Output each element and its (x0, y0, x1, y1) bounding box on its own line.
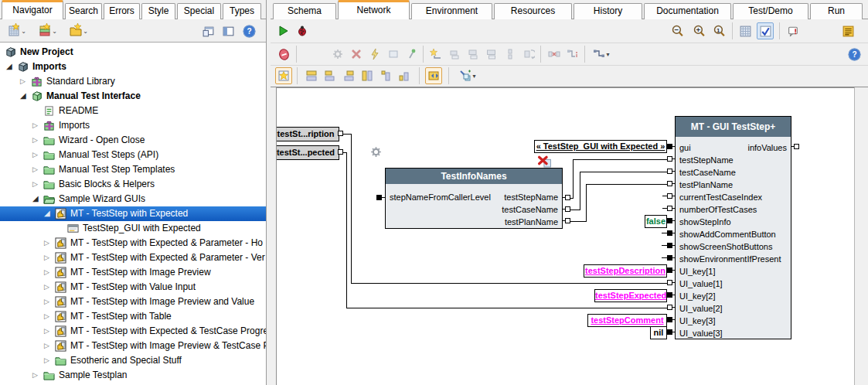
collapsed-arrow-icon[interactable]: ▷ (32, 180, 38, 188)
tree-item-standard-library[interactable]: ▷Standard Library (0, 74, 266, 89)
run-button[interactable] (275, 22, 292, 39)
distribute-button[interactable] (396, 67, 413, 84)
input-pin-showenvironmentifpresent[interactable] (667, 255, 672, 261)
annotation-button[interactable] (785, 22, 802, 39)
collapsed-arrow-icon[interactable]: ▷ (44, 298, 49, 305)
input-pin-uivalue1[interactable] (667, 280, 672, 285)
insert-element-button[interactable]: ▾ (454, 67, 481, 84)
external-input-teststepexpected[interactable]: testSt...pected (276, 145, 339, 160)
network-canvas[interactable]: testSt...ription testSt...pected TestInf… (276, 87, 854, 385)
auto-layout-button[interactable] (425, 67, 442, 84)
collapsed-arrow-icon[interactable]: ▷ (44, 312, 49, 320)
external-input-teststepdescription[interactable]: testSt...ription (276, 127, 339, 141)
input-pin-uivalue2[interactable] (667, 305, 672, 310)
new-folder-button[interactable]: ⌄ (65, 22, 93, 39)
tree-item-manual-test-interface[interactable]: ◢Manual Test Interface (0, 89, 266, 104)
input-pin-uikey3[interactable] (667, 317, 672, 322)
expanded-arrow-icon[interactable]: ◢ (20, 91, 26, 100)
constant-teststepcomment-label[interactable]: testStepComment (587, 314, 667, 327)
tab-errors[interactable]: Errors (104, 3, 140, 19)
tab-resources[interactable]: Resources (494, 3, 572, 19)
input-pin-showstepinfo[interactable] (667, 218, 672, 223)
tree-item-mt-expected-parameter-ver[interactable]: ▷MT - TestStep with Expected & Parameter… (0, 250, 266, 265)
tree-item-sample-wizard-guis[interactable]: ◢Sample Wizard GUIs (0, 192, 266, 206)
tree-item-mt-expected-parameter-ho[interactable]: ▷MT - TestStep with Expected & Parameter… (0, 236, 266, 250)
new-class-view-button[interactable]: ⌄ (3, 22, 31, 39)
help-button[interactable]: ? (240, 22, 257, 39)
block-mt-gui-teststep[interactable]: MT - GUI TestStep+ guiinfoValues testSte… (675, 116, 791, 339)
tab-test-demo[interactable]: Test/Demo (733, 3, 808, 19)
align-right-button[interactable] (340, 67, 357, 84)
collapsed-arrow-icon[interactable]: ▷ (44, 283, 49, 291)
output-pin[interactable] (565, 206, 570, 212)
collapsed-arrow-icon[interactable]: ▷ (32, 165, 38, 173)
debug-button[interactable] (294, 22, 311, 39)
show-grid-button[interactable] (737, 22, 754, 39)
layout-window-button[interactable] (220, 22, 237, 39)
input-pin-showaddcommentbutton[interactable] (667, 230, 672, 236)
tab-style[interactable]: Style (141, 3, 175, 19)
add-output-pin-button[interactable] (465, 46, 482, 63)
tree-item-readme[interactable]: README (0, 104, 266, 118)
output-pin[interactable] (338, 149, 343, 155)
detach-window-button[interactable] (199, 22, 216, 39)
tree-item-wizard-open-close[interactable]: ▷Wizard - Open Close (0, 133, 266, 148)
constant-false-label[interactable]: false (645, 215, 667, 228)
input-pin[interactable] (376, 195, 382, 200)
constant-teststepdescription-label[interactable]: testStepDescription (584, 264, 667, 278)
rotate-element-button[interactable] (520, 46, 537, 63)
tree-item-imports-2[interactable]: ▷Imports (0, 118, 266, 133)
collapsed-arrow-icon[interactable]: ▷ (44, 342, 49, 349)
zoom-in-button[interactable]: + (690, 22, 707, 39)
tree-item-mt-value-input[interactable]: ▷MT - TestStep with Value Input (0, 280, 266, 295)
tab-history[interactable]: History (574, 3, 642, 19)
output-pin[interactable] (565, 195, 570, 200)
tab-run[interactable]: Run (810, 3, 863, 19)
output-pin[interactable] (565, 218, 570, 223)
tree-item-esotheric-and-special-stuff[interactable]: ▷Esotheric and Special Stuff (0, 353, 266, 368)
tree-item-manual-test-step-templates[interactable]: ▷Manual Test Step Templates (0, 162, 266, 177)
collapsed-arrow-icon[interactable]: ▷ (44, 356, 49, 364)
tab-navigator[interactable]: Navigator (2, 0, 63, 19)
tab-types[interactable]: Types (223, 3, 261, 19)
input-pin-numberoftestcases[interactable] (667, 206, 672, 211)
expanded-arrow-icon[interactable]: ◢ (32, 194, 39, 203)
delete-connection-button[interactable] (546, 46, 563, 63)
expanded-arrow-icon[interactable]: ◢ (6, 62, 12, 70)
align-columns-button[interactable] (359, 67, 376, 84)
input-pin-testcasename[interactable] (667, 169, 672, 174)
input-pin-teststepname[interactable] (667, 156, 672, 162)
tree-item-teststep-gui-with-expected[interactable]: TestStep_GUI with Expected (0, 221, 266, 236)
remove-element-button[interactable] (275, 46, 292, 63)
expanded-arrow-icon[interactable]: ◢ (44, 209, 50, 217)
log-view-button[interactable] (839, 22, 856, 39)
zoom-out-button[interactable]: − (669, 22, 686, 39)
collapsed-arrow-icon[interactable]: ▷ (20, 77, 26, 85)
trigger-step-button[interactable] (366, 46, 383, 63)
connection-style-button[interactable]: ▾ (589, 46, 614, 63)
collapsed-arrow-icon[interactable]: ▷ (44, 239, 49, 247)
gui-reference-label[interactable]: « TestStep_GUI with Expected » (534, 140, 667, 153)
input-pin-gui[interactable] (667, 144, 672, 149)
input-pin-uikey1[interactable] (667, 267, 672, 273)
tree-item-sample-testplan[interactable]: ▷Sample Testplan (0, 368, 266, 383)
tab-network[interactable]: Network (338, 0, 410, 19)
select-special-button[interactable] (275, 67, 292, 84)
tree-item-basic-blocks-helpers[interactable]: ▷Basic Blocks & Helpers (0, 177, 266, 192)
tree-item-mt-teststep-with-expected[interactable]: ◢MT - TestStep with Expected (0, 206, 266, 221)
tree-item-imports[interactable]: ◢Imports (0, 60, 266, 74)
canvas-scrollbar[interactable] (854, 87, 868, 385)
output-pin[interactable] (338, 131, 343, 136)
constant-nil-label[interactable]: nil (650, 326, 667, 339)
snap-to-grid-button[interactable] (757, 22, 774, 39)
tree-item-mt-image-preview[interactable]: ▷MT - TestStep with Image Preview (0, 265, 266, 280)
collapsed-arrow-icon[interactable]: ▷ (32, 136, 38, 144)
input-pin-testplanname[interactable] (667, 181, 672, 186)
help-button[interactable]: ? (846, 46, 863, 63)
collapsed-arrow-icon[interactable]: ▷ (32, 151, 38, 158)
align-top-button[interactable] (303, 67, 320, 84)
collapsed-arrow-icon[interactable]: ▷ (32, 121, 38, 129)
input-pin-currenttestcaseindex[interactable] (667, 193, 672, 199)
tree-item-mt-table[interactable]: ▷MT - TestStep with Table (0, 309, 266, 324)
add-window-step-button[interactable] (385, 46, 402, 63)
